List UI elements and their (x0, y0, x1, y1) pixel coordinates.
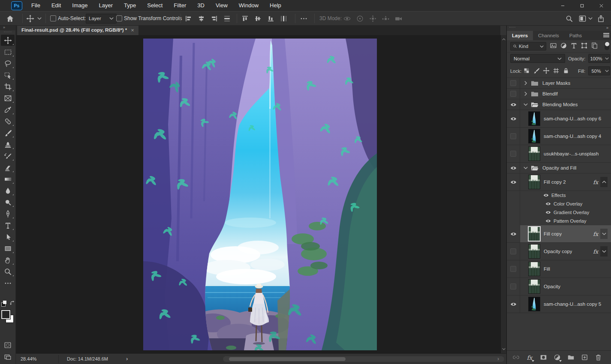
layer-thumbnail[interactable] (529, 262, 540, 276)
align-vertical-center-icon[interactable] (254, 15, 262, 23)
horizontal-scroll-thumb[interactable] (229, 357, 346, 361)
group-row-layer-masks[interactable]: Layer Masks (507, 78, 611, 89)
layer-thumbnail[interactable] (529, 297, 540, 311)
expand-effects-chevron-icon[interactable] (600, 246, 608, 257)
new-layer-button[interactable] (581, 354, 588, 361)
3d-slide-icon[interactable] (382, 15, 390, 23)
visibility-eye-icon[interactable] (507, 295, 520, 313)
layer-thumbnail[interactable] (529, 147, 540, 161)
filter-adjustment-layers-icon[interactable] (560, 42, 567, 49)
filter-pixel-layers-icon[interactable] (550, 42, 557, 49)
effect-row-effects[interactable]: Effects (507, 191, 611, 200)
group-row-blending-modes[interactable]: Blending Modes (507, 99, 611, 110)
collapse-effects-chevron-icon[interactable] (600, 177, 608, 187)
type-tool[interactable] (1, 220, 15, 231)
panel-menu-icon[interactable] (603, 33, 609, 38)
filter-shape-layers-icon[interactable] (581, 42, 588, 49)
group-row-blendif[interactable]: BlendIf (507, 89, 611, 99)
add-layer-mask-button[interactable] (539, 354, 547, 361)
menu-3d[interactable]: 3D (192, 0, 210, 11)
tool-preset-chevron-icon[interactable] (37, 12, 42, 25)
new-adjustment-layer-button[interactable] (553, 354, 561, 361)
menu-view[interactable]: View (210, 0, 233, 11)
lock-position-icon[interactable] (543, 67, 550, 74)
layer-row-usukhbayar-s-unsplash[interactable]: usukhbayar-...s-unsplash (507, 145, 611, 163)
visibility-eye-icon[interactable] (507, 110, 520, 127)
filter-smart-objects-icon[interactable] (591, 42, 598, 49)
lock-transparent-pixels-icon[interactable] (523, 67, 530, 74)
default-colors-icon[interactable] (1, 301, 12, 307)
visibility-eye-icon[interactable] (507, 200, 520, 208)
menu-type[interactable]: Type (118, 0, 141, 11)
3d-roll-icon[interactable] (356, 15, 364, 23)
tab-channels[interactable]: Channels (533, 31, 564, 40)
visibility-toggle-empty[interactable] (507, 260, 520, 277)
share-icon[interactable] (597, 12, 605, 25)
menu-select[interactable]: Select (141, 0, 168, 11)
effect-row-gradient-overlay[interactable]: Gradient Overlay (507, 208, 611, 217)
3d-camera-icon[interactable] (394, 15, 403, 23)
layer-row-opacity[interactable]: Opacity (507, 278, 611, 295)
visibility-toggle-empty[interactable] (507, 89, 520, 99)
maximize-button[interactable] (572, 0, 592, 11)
more-align-options-icon[interactable] (300, 12, 308, 25)
layer-thumbnail[interactable] (529, 112, 540, 125)
menu-filter[interactable]: Filter (168, 0, 192, 11)
layer-row-fill[interactable]: Fill (507, 260, 611, 278)
scroll-down-icon[interactable] (502, 347, 506, 351)
effect-visibility-eye-icon[interactable] (545, 202, 551, 206)
close-tab-icon[interactable]: × (131, 27, 134, 33)
visibility-toggle-empty[interactable] (507, 145, 520, 162)
visibility-eye-icon[interactable] (507, 163, 520, 173)
3d-orbit-icon[interactable] (343, 15, 351, 23)
layer-row-opacity-copy[interactable]: Opacity copyfx (507, 243, 611, 260)
layer-row-fill-copy-2[interactable]: Fill copy 2fx (507, 173, 611, 191)
scroll-right-icon[interactable]: › (497, 354, 499, 364)
brush-tool[interactable] (1, 127, 15, 138)
status-popup-chevron-icon[interactable]: › (126, 354, 128, 364)
menu-layer[interactable]: Layer (93, 0, 119, 11)
foreground-color-swatch[interactable] (1, 310, 10, 319)
canvas-vertical-scrollbar[interactable] (500, 35, 507, 353)
align-bottom-icon[interactable] (267, 15, 275, 23)
align-left-icon[interactable] (184, 15, 193, 23)
canvas-horizontal-scrollbar[interactable] (223, 356, 504, 362)
visibility-eye-icon[interactable] (507, 208, 520, 217)
blur-tool[interactable] (1, 185, 15, 196)
visibility-toggle-empty[interactable] (507, 128, 520, 145)
filter-toggle-switch[interactable] (605, 42, 609, 50)
object-selection-tool[interactable] (1, 69, 15, 81)
auto-select-dropdown[interactable]: Layer (86, 12, 117, 25)
fx-badge[interactable]: fx (593, 179, 598, 185)
tab-paths[interactable]: Paths (564, 31, 587, 40)
document-tab[interactable]: Final-result.psd @ 28.4% (Fill copy, RGB… (17, 25, 138, 35)
lock-image-pixels-icon[interactable] (533, 67, 540, 74)
fx-badge[interactable]: fx (593, 231, 598, 237)
pen-tool[interactable] (1, 208, 15, 219)
auto-select-checkbox[interactable] (50, 12, 56, 25)
group-row-opacity-and-fill[interactable]: Opacity and Fill (507, 163, 611, 173)
align-top-icon[interactable] (241, 15, 249, 23)
3d-pan-icon[interactable] (369, 15, 377, 23)
menu-window[interactable]: Window (233, 0, 264, 11)
visibility-eye-icon[interactable] (507, 99, 520, 110)
move-tool[interactable] (1, 35, 15, 46)
close-button[interactable] (592, 0, 611, 11)
eyedropper-tool[interactable] (1, 104, 15, 115)
lasso-tool[interactable] (1, 58, 15, 69)
photoshop-logo-icon[interactable]: Ps (11, 1, 22, 10)
lock-all-icon[interactable] (563, 67, 569, 74)
menu-image[interactable]: Image (66, 0, 93, 11)
toolbar-grip[interactable] (0, 30, 15, 34)
panel-grip[interactable] (509, 27, 515, 29)
swap-colors-icon[interactable] (10, 301, 15, 306)
opacity-value-field[interactable]: 100% (588, 54, 604, 63)
dodge-tool[interactable] (1, 197, 15, 208)
workspace-chevron-icon[interactable] (588, 12, 593, 25)
show-transform-checkbox[interactable] (116, 12, 122, 25)
delete-layer-button[interactable] (594, 354, 602, 361)
layer-thumbnail[interactable] (529, 175, 540, 189)
menu-help[interactable]: Help (264, 0, 287, 11)
visibility-eye-icon[interactable] (507, 217, 520, 225)
effect-visibility-eye-icon[interactable] (545, 210, 551, 215)
